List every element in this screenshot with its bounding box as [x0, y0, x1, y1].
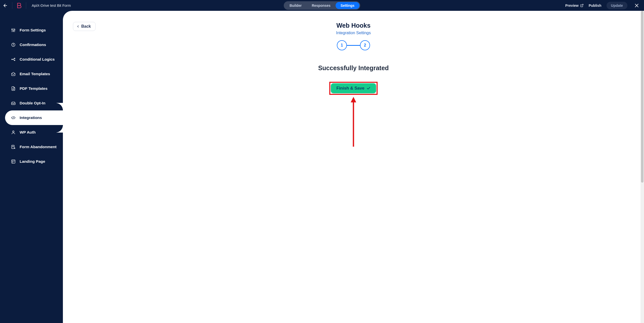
publish-link[interactable]: Publish	[589, 4, 601, 8]
info-icon	[11, 43, 16, 47]
sidebar-item-label: Double Opt-In	[20, 101, 45, 105]
sidebar-item-conditional-logics[interactable]: Conditional Logics	[0, 52, 63, 67]
sidebar-item-label: Integrations	[20, 115, 42, 120]
tab-builder[interactable]: Builder	[285, 2, 307, 9]
integration-subtitle: Integration Settings	[336, 31, 371, 35]
app-logo[interactable]	[14, 0, 24, 11]
step-connector	[347, 45, 360, 46]
sidebar-item-pdf-templates[interactable]: PDF Templates	[0, 81, 63, 96]
divider	[26, 2, 26, 9]
main-column: Web Hooks Integration Settings 1 2 Succe…	[73, 22, 634, 147]
branch-icon	[11, 57, 16, 62]
sidebar-item-label: Form Settings	[20, 28, 46, 32]
sidebar-item-form-settings[interactable]: Form Settings	[0, 23, 63, 37]
sidebar: Form Settings Confirmations Conditional …	[0, 11, 63, 323]
arrow-left-icon	[3, 3, 8, 8]
step-indicator: 1 2	[337, 40, 370, 50]
top-bar-right: Preview Publish Update	[565, 1, 644, 10]
tab-settings[interactable]: Settings	[336, 2, 359, 9]
step-1: 1	[337, 40, 347, 50]
scrollbar-thumb[interactable]	[641, 11, 643, 183]
finish-label: Finish & Save	[336, 86, 364, 91]
sidebar-item-wp-auth[interactable]: WP Auth	[0, 125, 63, 140]
svg-line-1	[582, 4, 583, 6]
sidebar-item-form-abandonment[interactable]: Form Abandonment	[0, 140, 63, 154]
sidebar-item-label: WP Auth	[20, 130, 36, 135]
check-icon	[367, 86, 371, 90]
svg-line-18	[13, 116, 14, 119]
sidebar-item-email-templates[interactable]: Email Templates	[0, 67, 63, 81]
preview-link[interactable]: Preview	[565, 4, 584, 8]
chevron-left-icon	[76, 25, 80, 28]
inbox-icon	[11, 101, 16, 105]
arrow-up-icon	[350, 97, 357, 147]
annotation-arrow	[350, 97, 357, 147]
svg-point-14	[14, 58, 15, 59]
back-button[interactable]: Back	[73, 22, 96, 31]
sidebar-item-label: Confirmations	[20, 43, 46, 47]
preview-label: Preview	[565, 4, 579, 8]
sidebar-item-landing-page[interactable]: Landing Page	[0, 154, 63, 169]
content-area: Back Web Hooks Integration Settings 1 2 …	[63, 11, 644, 323]
view-tabs: Builder Responses Settings	[284, 1, 360, 10]
user-icon	[11, 130, 16, 135]
close-icon	[634, 3, 639, 8]
divider	[12, 2, 12, 9]
top-bar-left: ApiX-Drive test Bit Form	[0, 0, 71, 11]
code-icon	[11, 115, 16, 120]
svg-point-9	[14, 29, 15, 30]
sidebar-item-confirmations[interactable]: Confirmations	[0, 37, 63, 52]
publish-label: Publish	[589, 4, 601, 8]
top-bar: ApiX-Drive test Bit Form Builder Respons…	[0, 0, 644, 11]
sidebar-item-double-opt-in[interactable]: Double Opt-In	[0, 96, 63, 110]
finish-save-button[interactable]: Finish & Save	[331, 83, 376, 93]
back-label: Back	[81, 24, 91, 29]
svg-point-19	[13, 131, 14, 132]
form-edit-icon	[11, 145, 16, 149]
sidebar-item-label: PDF Templates	[20, 86, 48, 91]
file-icon	[11, 86, 16, 91]
integration-title: Web Hooks	[336, 22, 371, 29]
back-arrow-button[interactable]	[0, 0, 11, 11]
tab-responses[interactable]: Responses	[307, 2, 336, 9]
logo-b-icon	[17, 3, 22, 8]
layout-icon	[11, 159, 16, 164]
svg-point-7	[12, 29, 12, 30]
svg-rect-23	[12, 160, 15, 163]
success-message: Successfully Integrated	[318, 64, 389, 72]
close-button[interactable]	[632, 1, 641, 10]
annotation-highlight-box: Finish & Save	[329, 82, 377, 95]
step-2: 2	[360, 40, 370, 50]
sidebar-item-integrations[interactable]: Integrations	[5, 110, 63, 125]
update-button[interactable]: Update	[607, 2, 627, 9]
sidebar-item-label: Form Abandonment	[20, 145, 57, 149]
mail-open-icon	[11, 72, 16, 76]
sidebar-item-label: Conditional Logics	[20, 57, 55, 62]
svg-marker-27	[351, 97, 356, 102]
svg-point-8	[13, 31, 14, 31]
sidebar-item-label: Landing Page	[20, 159, 45, 164]
page-title: ApiX-Drive test Bit Form	[32, 4, 71, 8]
app-shell: Form Settings Confirmations Conditional …	[0, 11, 644, 323]
sliders-icon	[11, 28, 16, 32]
svg-point-15	[14, 60, 15, 61]
sidebar-item-label: Email Templates	[20, 72, 50, 76]
scrollbar-track[interactable]	[640, 11, 644, 323]
svg-point-12	[13, 44, 14, 44]
external-link-icon	[580, 4, 584, 7]
